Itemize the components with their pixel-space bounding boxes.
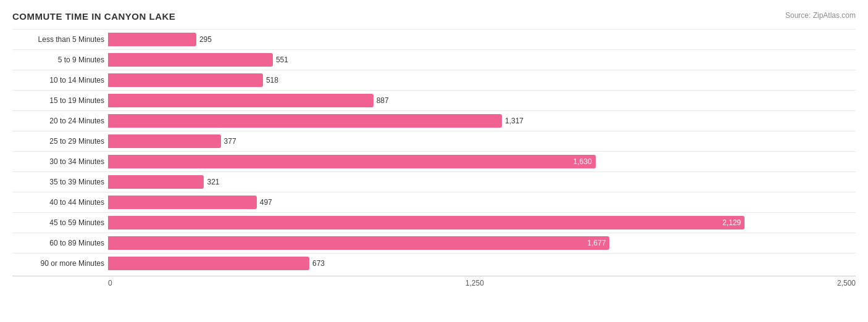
bar-fill: 321 xyxy=(108,175,204,189)
bar-area: 497 xyxy=(108,192,856,212)
bar-label: 35 to 39 Minutes xyxy=(12,178,108,186)
bar-fill: 295 xyxy=(108,33,196,46)
x-axis-label: 2,500 xyxy=(837,279,856,287)
chart-body: Less than 5 Minutes2955 to 9 Minutes5511… xyxy=(12,29,856,273)
bar-label: Less than 5 Minutes xyxy=(12,35,108,44)
bar-label: 15 to 19 Minutes xyxy=(12,96,108,105)
x-axis-labels: 01,2502,500 xyxy=(108,276,856,287)
bar-fill: 551 xyxy=(108,53,273,67)
bar-row: 60 to 89 Minutes1,677 xyxy=(12,233,856,253)
chart-container: COMMUTE TIME IN CANYON LAKE Source: ZipA… xyxy=(0,0,868,322)
bar-label: 25 to 29 Minutes xyxy=(12,137,108,146)
bar-value: 497 xyxy=(260,198,272,207)
bar-value: 295 xyxy=(199,35,212,44)
bar-row: 40 to 44 Minutes497 xyxy=(12,192,856,212)
x-axis: 01,2502,500 xyxy=(12,276,856,287)
bar-row: 25 to 29 Minutes377 xyxy=(12,131,856,151)
bar-area: 1,630 xyxy=(108,152,856,171)
bar-area: 2,129 xyxy=(108,213,856,233)
bar-row: 45 to 59 Minutes2,129 xyxy=(12,212,856,233)
bar-area: 1,317 xyxy=(108,111,856,131)
bar-row: 90 or more Minutes673 xyxy=(12,253,856,273)
bar-row: Less than 5 Minutes295 xyxy=(12,29,856,49)
chart-source: Source: ZipAtlas.com xyxy=(785,11,856,20)
bar-label: 40 to 44 Minutes xyxy=(12,198,108,207)
bar-value: 887 xyxy=(377,96,389,105)
x-axis-label: 1,250 xyxy=(465,279,484,287)
chart-header: COMMUTE TIME IN CANYON LAKE Source: ZipA… xyxy=(12,11,856,22)
bar-fill: 1,677 xyxy=(108,236,609,250)
bar-label: 5 to 9 Minutes xyxy=(12,56,108,64)
bar-value-inside: 1,677 xyxy=(587,239,606,247)
bar-fill: 673 xyxy=(108,257,309,270)
bar-area: 377 xyxy=(108,131,856,151)
bar-fill: 497 xyxy=(108,196,257,209)
bar-area: 887 xyxy=(108,91,856,110)
bar-value-inside: 2,129 xyxy=(722,218,741,227)
bar-label: 90 or more Minutes xyxy=(12,259,108,268)
x-axis-label: 0 xyxy=(108,279,112,287)
bar-row: 20 to 24 Minutes1,317 xyxy=(12,110,856,131)
bar-fill: 887 xyxy=(108,94,373,107)
bar-fill: 377 xyxy=(108,134,221,148)
bar-label: 45 to 59 Minutes xyxy=(12,218,108,227)
bar-row: 5 to 9 Minutes551 xyxy=(12,49,856,70)
bar-area: 518 xyxy=(108,70,856,90)
bar-value: 377 xyxy=(224,137,236,146)
bar-value: 551 xyxy=(276,56,288,64)
bar-value: 321 xyxy=(207,178,219,186)
bar-label: 30 to 34 Minutes xyxy=(12,157,108,166)
bar-value-inside: 1,630 xyxy=(574,157,592,166)
bar-label: 10 to 14 Minutes xyxy=(12,76,108,85)
bar-fill: 518 xyxy=(108,73,263,87)
bar-row: 35 to 39 Minutes321 xyxy=(12,171,856,192)
bar-label: 60 to 89 Minutes xyxy=(12,239,108,247)
bar-value: 518 xyxy=(266,76,278,85)
bar-area: 295 xyxy=(108,30,856,49)
bar-area: 1,677 xyxy=(108,233,856,253)
bar-row: 15 to 19 Minutes887 xyxy=(12,90,856,110)
bar-fill: 2,129 xyxy=(108,216,745,229)
bar-area: 551 xyxy=(108,50,856,70)
bar-area: 673 xyxy=(108,254,856,273)
bar-area: 321 xyxy=(108,172,856,192)
bar-fill: 1,630 xyxy=(108,155,596,168)
bar-value: 1,317 xyxy=(505,117,524,125)
bar-row: 10 to 14 Minutes518 xyxy=(12,70,856,90)
bar-value: 673 xyxy=(312,259,325,268)
chart-title: COMMUTE TIME IN CANYON LAKE xyxy=(12,11,175,22)
bar-label: 20 to 24 Minutes xyxy=(12,117,108,125)
bar-row: 30 to 34 Minutes1,630 xyxy=(12,151,856,171)
bar-fill: 1,317 xyxy=(108,114,502,128)
